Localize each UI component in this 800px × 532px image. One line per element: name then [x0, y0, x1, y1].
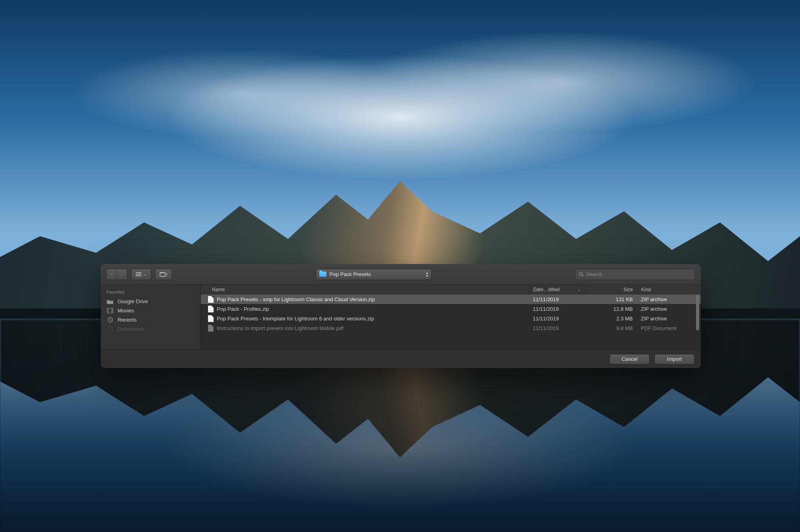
sidebar-item-recents[interactable]: Recents	[101, 315, 200, 324]
search-input[interactable]	[586, 271, 692, 277]
folder-icon	[319, 272, 326, 277]
file-name-label: Pop Pack Presets - lrtemplate for Lightr…	[217, 316, 374, 322]
dialog-footer: Cancel Import	[101, 350, 701, 368]
svg-rect-3	[160, 273, 166, 276]
file-date-cell: 11/11/2019	[529, 294, 585, 304]
sidebar: Favorites Google Drive Movies Recents	[101, 285, 201, 350]
column-header-label: Kind	[641, 287, 651, 292]
file-icon	[208, 296, 214, 303]
list-view-icon	[136, 272, 142, 276]
file-size-cell: 12.8 MB	[585, 304, 637, 314]
file-date-cell: 11/11/2019	[529, 323, 585, 333]
dialog-toolbar: ‹ › ⌄ Pop Pack Prese	[101, 264, 701, 285]
nav-group: ‹ ›	[106, 269, 127, 280]
column-header-label: Name	[212, 287, 225, 292]
svg-line-7	[582, 275, 583, 276]
file-icon	[208, 315, 214, 322]
file-name-label: Pop Pack - Profiles.zip	[217, 306, 269, 312]
import-button[interactable]: Import	[654, 354, 694, 364]
file-date-cell: 11/11/2019	[529, 314, 585, 323]
column-header-label: Date…dified	[533, 287, 560, 292]
file-kind-cell: ZIP archive	[637, 314, 701, 323]
file-name-label: Pop Pack Presets - xmp for Lightroom Cla…	[217, 296, 375, 302]
file-date-cell: 11/11/2019	[529, 304, 585, 314]
file-name-cell: Instructions to import presets into Ligh…	[201, 323, 529, 333]
file-row[interactable]: Pop Pack Presets - xmp for Lightroom Cla…	[201, 294, 701, 304]
column-header-label: Size	[624, 287, 633, 292]
column-header-size[interactable]: Size	[585, 285, 637, 294]
search-icon	[579, 272, 584, 277]
file-size-cell: 9.8 MB	[585, 323, 637, 333]
document-icon	[106, 326, 114, 332]
sidebar-item-label: Movies	[118, 308, 134, 314]
group-button[interactable]	[155, 269, 172, 280]
back-button[interactable]: ‹	[106, 269, 117, 280]
file-row[interactable]: Pop Pack Presets - lrtemplate for Lightr…	[201, 314, 701, 323]
sidebar-item-google-drive[interactable]: Google Drive	[101, 297, 200, 306]
view-mode-button[interactable]: ⌄	[131, 269, 151, 280]
file-size-cell: 2.3 MB	[585, 314, 637, 323]
sidebar-item-label: Google Drive	[118, 298, 148, 304]
file-kind-cell: ZIP archive	[637, 294, 701, 304]
file-kind-cell: ZIP archive	[637, 304, 701, 314]
button-label: Import	[667, 356, 682, 362]
scrollbar-thumb[interactable]	[696, 294, 699, 330]
search-field[interactable]	[575, 269, 695, 280]
chevron-down-icon: ⌄	[578, 288, 581, 292]
file-list-pane: Name Date…dified ⌄ Size Kind Pop Pack Pr…	[201, 285, 701, 350]
button-label: Cancel	[622, 356, 638, 362]
folder-path-popup[interactable]: Pop Pack Presets ▴▾	[316, 269, 432, 280]
cancel-button[interactable]: Cancel	[610, 354, 650, 364]
column-header-date[interactable]: Date…dified ⌄	[529, 285, 585, 294]
file-name-cell: Pop Pack Presets - lrtemplate for Lightr…	[201, 314, 529, 323]
scrollbar-track[interactable]	[695, 294, 700, 350]
clock-icon	[106, 317, 114, 323]
file-rows: Pop Pack Presets - xmp for Lightroom Cla…	[201, 294, 701, 350]
file-icon	[208, 306, 214, 312]
forward-button[interactable]: ›	[117, 269, 127, 280]
column-header-kind[interactable]: Kind	[637, 285, 701, 294]
sidebar-item-label: Recents	[118, 317, 137, 323]
chevron-left-icon: ‹	[111, 272, 112, 277]
file-name-cell: Pop Pack Presets - xmp for Lightroom Cla…	[201, 294, 529, 304]
folder-stack-icon	[160, 272, 168, 277]
svg-rect-8	[107, 308, 113, 313]
sidebar-section-header: Favorites	[101, 288, 200, 297]
file-name-cell: Pop Pack - Profiles.zip	[201, 304, 529, 314]
file-icon	[208, 325, 214, 332]
column-headers: Name Date…dified ⌄ Size Kind	[201, 285, 701, 294]
chevron-right-icon: ›	[121, 272, 122, 277]
folder-name-label: Pop Pack Presets	[330, 271, 371, 277]
folder-icon	[106, 299, 114, 304]
file-kind-cell: PDF Document	[637, 323, 701, 333]
file-row[interactable]: Instructions to import presets into Ligh…	[201, 323, 701, 333]
file-name-label: Instructions to import presets into Ligh…	[217, 325, 343, 331]
open-file-dialog: ‹ › ⌄ Pop Pack Prese	[101, 264, 701, 368]
sidebar-item-movies[interactable]: Movies	[101, 306, 200, 315]
file-row[interactable]: Pop Pack - Profiles.zip11/11/201912.8 MB…	[201, 304, 701, 314]
up-down-chevron-icon: ▴▾	[426, 271, 428, 278]
column-header-name[interactable]: Name	[201, 285, 529, 294]
file-size-cell: 131 KB	[585, 294, 637, 304]
sidebar-item-label: Documents	[118, 326, 144, 332]
sidebar-item-documents[interactable]: Documents	[101, 324, 200, 334]
film-icon	[106, 308, 114, 314]
chevron-down-icon: ⌄	[144, 272, 147, 276]
